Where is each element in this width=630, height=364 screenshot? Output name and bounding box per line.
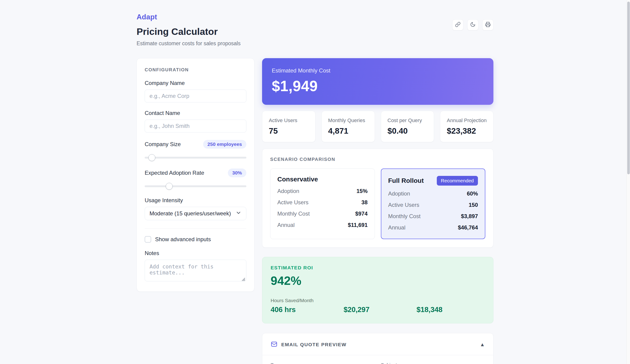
scenario-card-full-rollout[interactable]: Full Rollout Recommended Adoption 60% Ac… bbox=[381, 169, 486, 239]
email-to-label: To bbox=[271, 362, 375, 364]
stat-card-monthly-queries: Monthly Queries 4,871 bbox=[322, 111, 375, 142]
row-value: 150 bbox=[469, 202, 478, 208]
estimated-monthly-cost-label: Estimated Monthly Cost bbox=[272, 67, 484, 74]
company-size-slider[interactable] bbox=[145, 154, 246, 161]
estimated-roi-value: 942% bbox=[271, 274, 485, 288]
company-size-field-group: Company Size 250 employees bbox=[145, 140, 246, 161]
scenario-comparison-panel: SCENARIO COMPARISON Conservative Adoptio… bbox=[262, 149, 494, 248]
contact-name-input[interactable] bbox=[145, 120, 246, 133]
scenario-row-active-users: Active Users 38 bbox=[277, 199, 368, 206]
row-value: 38 bbox=[362, 199, 368, 206]
printer-icon bbox=[485, 22, 491, 28]
email-subject-field-group: Subject bbox=[381, 362, 485, 364]
usage-intensity-label: Usage Intensity bbox=[145, 197, 246, 203]
scenario-row-active-users: Active Users 150 bbox=[388, 202, 478, 208]
company-size-label: Company Size bbox=[145, 141, 181, 148]
scenario-title: Full Rollout bbox=[388, 177, 424, 184]
roi-metric-value-saved: $20,297 bbox=[344, 298, 412, 314]
usage-intensity-select[interactable]: Moderate (15 queries/user/week) bbox=[145, 207, 246, 220]
roi-metric-label: Hours Saved/Month bbox=[271, 298, 339, 304]
show-advanced-inputs-row[interactable]: Show advanced inputs bbox=[145, 236, 246, 243]
print-button[interactable] bbox=[482, 19, 494, 30]
stat-card-annual-projection: Annual Projection $23,382 bbox=[440, 111, 494, 142]
mail-icon bbox=[271, 341, 278, 349]
usage-intensity-selected-value: Moderate (15 queries/user/week) bbox=[150, 210, 231, 217]
header-titles: Adapt Pricing Calculator Estimate custom… bbox=[136, 13, 240, 47]
estimated-roi-card: ESTIMATED ROI 942% Hours Saved/Month 406… bbox=[262, 257, 494, 323]
row-value: $974 bbox=[355, 210, 368, 217]
roi-metric-label bbox=[344, 298, 412, 304]
scenario-comparison-heading: SCENARIO COMPARISON bbox=[270, 157, 485, 162]
row-value: $3,897 bbox=[461, 213, 478, 219]
adoption-rate-label: Expected Adoption Rate bbox=[145, 170, 204, 176]
notes-field-group: Notes bbox=[145, 250, 246, 282]
moon-icon bbox=[470, 22, 476, 28]
configuration-heading: CONFIGURATION bbox=[145, 67, 246, 72]
scenario-row-adoption: Adoption 15% bbox=[277, 188, 368, 194]
row-label: Active Users bbox=[277, 199, 308, 206]
estimated-monthly-cost-value: $1,949 bbox=[272, 78, 484, 95]
show-advanced-inputs-label: Show advanced inputs bbox=[155, 236, 211, 243]
page-scrollbar[interactable] bbox=[626, 0, 630, 364]
page-scrollbar-thumb[interactable] bbox=[627, 1, 630, 174]
configuration-panel: CONFIGURATION Company Name Contact Name … bbox=[136, 58, 254, 292]
scenario-title: Conservative bbox=[277, 176, 318, 183]
scenario-card-conservative[interactable]: Conservative Adoption 15% Active Users 3… bbox=[270, 169, 375, 239]
adoption-rate-slider[interactable] bbox=[145, 183, 246, 190]
adoption-rate-slider-track bbox=[145, 185, 246, 187]
roi-metric-value: $18,348 bbox=[416, 306, 485, 314]
triangle-up-icon[interactable]: ▲ bbox=[480, 342, 485, 347]
page-header: Adapt Pricing Calculator Estimate custom… bbox=[136, 13, 494, 47]
stat-label: Active Users bbox=[269, 118, 309, 124]
link-icon bbox=[455, 22, 460, 28]
header-actions bbox=[452, 19, 494, 30]
row-label: Annual bbox=[277, 222, 295, 228]
page-subtitle: Estimate customer costs for sales propos… bbox=[136, 40, 240, 47]
row-value: $11,691 bbox=[348, 222, 368, 228]
stats-row: Active Users 75 Monthly Queries 4,871 Co… bbox=[262, 111, 494, 142]
email-subject-label: Subject bbox=[381, 362, 485, 364]
roi-metric-value: $20,297 bbox=[344, 306, 412, 314]
row-label: Adoption bbox=[277, 188, 299, 194]
resize-grip-icon[interactable] bbox=[240, 277, 245, 281]
stat-label: Cost per Query bbox=[388, 118, 428, 124]
row-value: 15% bbox=[356, 188, 368, 194]
company-name-field-group: Company Name bbox=[145, 80, 246, 102]
adoption-rate-slider-thumb[interactable] bbox=[166, 183, 173, 190]
show-advanced-inputs-checkbox[interactable] bbox=[145, 236, 151, 243]
stat-label: Monthly Queries bbox=[328, 118, 368, 124]
estimated-monthly-cost-card: Estimated Monthly Cost $1,949 bbox=[262, 58, 494, 105]
usage-intensity-field-group: Usage Intensity Moderate (15 queries/use… bbox=[145, 197, 246, 220]
chevron-down-icon bbox=[236, 210, 242, 217]
row-label: Active Users bbox=[388, 202, 420, 208]
roi-metric-label bbox=[416, 298, 485, 304]
stat-value: 75 bbox=[269, 126, 309, 136]
email-header-divider bbox=[262, 355, 493, 355]
copy-link-button[interactable] bbox=[452, 19, 463, 30]
brand-logo: Adapt bbox=[136, 13, 240, 21]
page-container: Adapt Pricing Calculator Estimate custom… bbox=[136, 0, 494, 364]
row-label: Adoption bbox=[388, 190, 410, 197]
scenario-row-annual: Annual $11,691 bbox=[277, 222, 368, 228]
estimated-roi-heading: ESTIMATED ROI bbox=[271, 265, 485, 271]
company-name-input[interactable] bbox=[145, 90, 246, 102]
notes-textarea[interactable] bbox=[145, 260, 246, 281]
stat-label: Annual Projection bbox=[447, 118, 487, 124]
row-label: Annual bbox=[388, 224, 406, 231]
email-to-field-group: To bbox=[271, 362, 375, 364]
scenario-row-adoption: Adoption 60% bbox=[388, 190, 478, 197]
company-size-slider-thumb[interactable] bbox=[148, 154, 155, 161]
email-quote-preview-panel: EMAIL QUOTE PREVIEW ▲ To Subject bbox=[262, 333, 494, 364]
stat-value: $23,382 bbox=[447, 126, 487, 136]
config-divider bbox=[145, 228, 246, 229]
recommended-badge: Recommended bbox=[437, 176, 478, 185]
company-size-badge: 250 employees bbox=[203, 140, 246, 149]
row-value: 60% bbox=[467, 190, 478, 197]
adoption-rate-field-group: Expected Adoption Rate 30% bbox=[145, 169, 246, 190]
page-title: Pricing Calculator bbox=[136, 26, 240, 37]
scenario-row-annual: Annual $46,764 bbox=[388, 224, 478, 231]
dark-mode-button[interactable] bbox=[467, 19, 478, 30]
stat-value: 4,871 bbox=[328, 126, 368, 136]
roi-metric-hours-saved: Hours Saved/Month 406 hrs bbox=[271, 298, 339, 314]
email-quote-preview-heading: EMAIL QUOTE PREVIEW bbox=[281, 342, 346, 347]
